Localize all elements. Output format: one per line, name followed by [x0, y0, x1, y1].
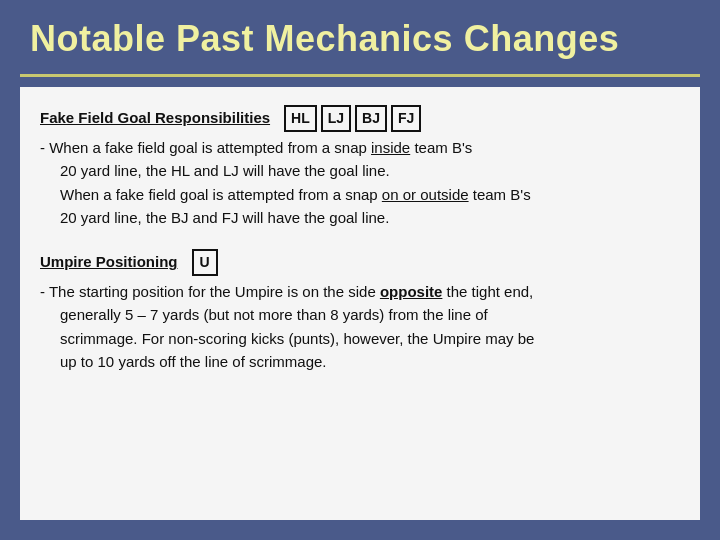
up-line-1: - The starting position for the Umpire i… [40, 280, 680, 303]
badge-bj: BJ [355, 105, 387, 132]
up-line-4: up to 10 yards off the line of scrimmage… [40, 350, 680, 373]
badge-fj: FJ [391, 105, 421, 132]
badge-u: U [192, 249, 218, 276]
content-area: Fake Field Goal Responsibilities HL LJ B… [20, 87, 700, 520]
umpire-positioning-heading-row: Umpire Positioning U [40, 249, 680, 276]
ffg-inside-underline: inside [371, 139, 410, 156]
ffg-outside-underline: on or outside [382, 186, 469, 203]
up-opposite-bold: opposite [380, 283, 443, 300]
fake-field-goal-section: Fake Field Goal Responsibilities HL LJ B… [40, 105, 680, 229]
badge-hl: HL [284, 105, 317, 132]
ffg-line-3: When a fake field goal is attempted from… [40, 183, 680, 206]
fake-field-goal-heading: Fake Field Goal Responsibilities [40, 107, 270, 130]
badge-lj: LJ [321, 105, 351, 132]
fake-field-goal-badges: HL LJ BJ FJ [284, 105, 421, 132]
slide-container: Notable Past Mechanics Changes Fake Fiel… [0, 0, 720, 540]
up-line-3: scrimmage. For non-scoring kicks (punts)… [40, 327, 680, 350]
title-divider [20, 74, 700, 77]
slide-title: Notable Past Mechanics Changes [30, 18, 619, 59]
fake-field-goal-heading-row: Fake Field Goal Responsibilities HL LJ B… [40, 105, 680, 132]
umpire-positioning-body: - The starting position for the Umpire i… [40, 280, 680, 373]
ffg-line-4: 20 yard line, the BJ and FJ will have th… [40, 206, 680, 229]
umpire-badges: U [192, 249, 218, 276]
fake-field-goal-body: - When a fake field goal is attempted fr… [40, 136, 680, 229]
title-bar: Notable Past Mechanics Changes [0, 0, 720, 74]
ffg-line-1: - When a fake field goal is attempted fr… [40, 136, 680, 159]
umpire-positioning-heading: Umpire Positioning [40, 251, 178, 274]
umpire-positioning-section: Umpire Positioning U - The starting posi… [40, 249, 680, 373]
ffg-line-2: 20 yard line, the HL and LJ will have th… [40, 159, 680, 182]
up-line-2: generally 5 – 7 yards (but not more than… [40, 303, 680, 326]
